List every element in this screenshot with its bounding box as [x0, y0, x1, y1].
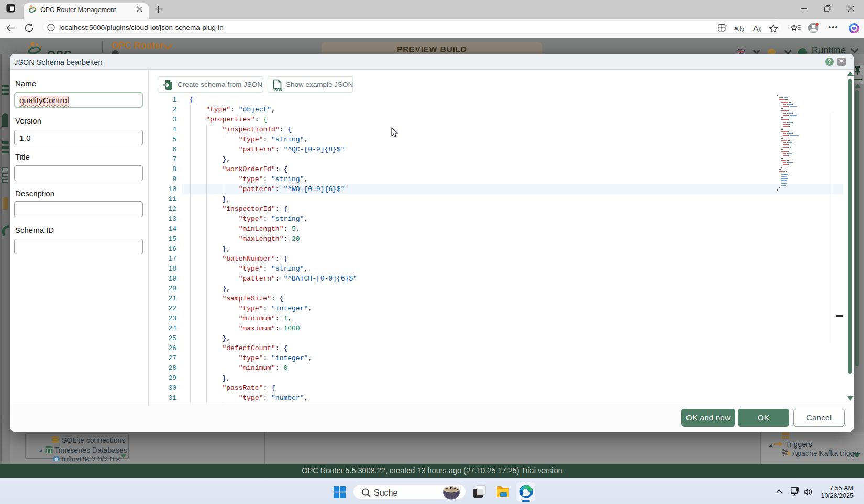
svg-text:JSON: JSON — [273, 88, 282, 92]
